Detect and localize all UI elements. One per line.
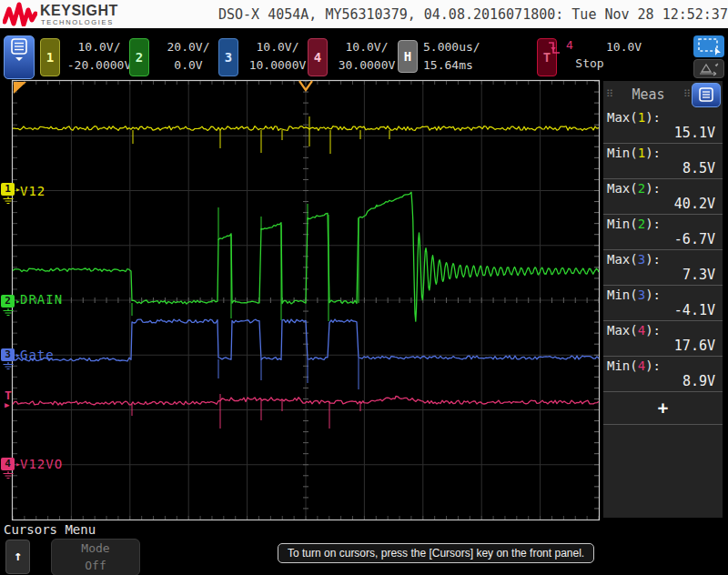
meas-label: Min(1): — [607, 146, 661, 160]
meas-value: -4.1V — [674, 302, 715, 318]
meas-row: Min(4):8.9V — [603, 357, 723, 392]
meas-value: 8.5V — [682, 160, 715, 177]
meas-menu-button[interactable] — [692, 83, 721, 107]
add-measurement-button[interactable]: + — [603, 392, 723, 425]
meas-value: 40.2V — [674, 196, 715, 212]
meas-row: Max(3):7.3V — [603, 250, 723, 286]
meas-row: Min(1):8.5V — [603, 144, 723, 179]
meas-rows: Max(1):15.1VMin(1):8.5VMax(2):40.2VMin(2… — [603, 108, 723, 392]
meas-value: 17.6V — [674, 338, 715, 354]
meas-label: Max(1): — [607, 110, 661, 125]
meas-label: Min(3): — [607, 288, 661, 302]
meas-label: Max(4): — [607, 323, 661, 338]
meas-row: Min(3):-4.1V — [603, 286, 723, 321]
measurements-panel: ⠿ Meas ⠿ Max(1):15.1VMin(1):8.5VMax(2):4… — [603, 81, 723, 518]
meas-label: Min(2): — [607, 217, 661, 231]
meas-row: Max(4):17.6V — [603, 321, 723, 357]
meas-value: -6.7V — [674, 231, 715, 247]
meas-row: Max(2):40.2V — [603, 179, 723, 215]
meas-value: 8.9V — [682, 373, 715, 389]
menu-list-icon — [698, 86, 714, 103]
meas-row: Min(2):-6.7V — [603, 215, 723, 250]
drag-grip-icon: ⠿ — [603, 88, 616, 100]
meas-label: Max(3): — [607, 252, 661, 267]
meas-value: 7.3V — [682, 267, 715, 283]
meas-panel-title: Meas — [616, 86, 681, 103]
meas-value: 15.1V — [674, 125, 715, 141]
meas-label: Min(4): — [607, 358, 661, 373]
meas-row: Max(1):15.1V — [603, 108, 723, 144]
meas-label: Max(2): — [607, 181, 661, 196]
